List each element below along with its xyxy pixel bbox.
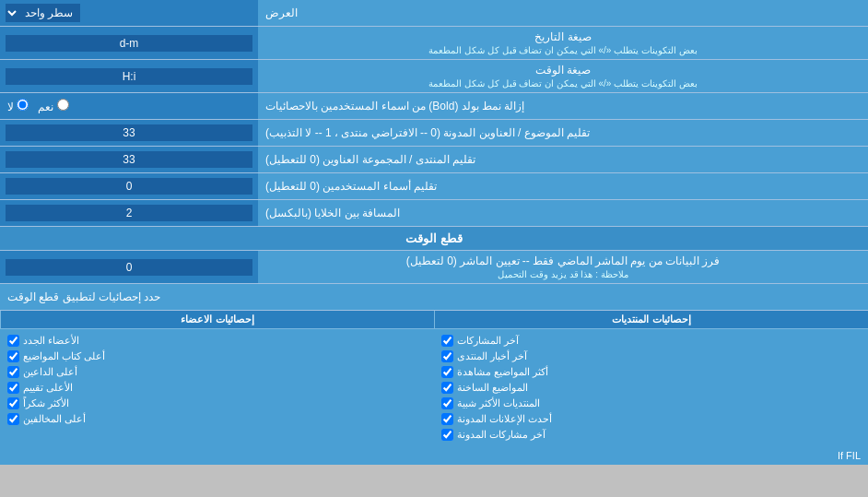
list-item: آخر المشاركات <box>441 333 861 349</box>
stats-col2-header: إحصائيات الاعضاء <box>0 311 434 328</box>
time-format-input[interactable] <box>6 68 252 85</box>
list-item: المواضيع الساخنة <box>441 380 861 396</box>
list-item: الأكثر شكراً <box>7 396 427 411</box>
entry-distance-label: المسافة بين الخلايا (بالبكسل) <box>258 200 868 226</box>
entry-distance-input-container <box>0 200 258 226</box>
list-item: الأعلى تقييم <box>7 380 427 396</box>
date-format-label: صيغة التاريخ بعض التكوينات يتطلب «/» الت… <box>258 27 868 59</box>
checkbox-top-inviters[interactable] <box>7 366 19 378</box>
list-item: أحدث الإعلانات المدونة <box>441 411 861 427</box>
checkbox-popular-forums[interactable] <box>441 397 453 409</box>
time-cutoff-input[interactable] <box>6 259 252 276</box>
stats-apply-row: حدد إحصائيات لتطبيق قطع الوقت <box>0 284 868 311</box>
header-right-label: العرض <box>258 0 868 26</box>
checkbox-most-thanked[interactable] <box>7 397 19 409</box>
entry-distance-input[interactable] <box>6 205 252 221</box>
list-item: المنتديات الأكثر شبية <box>441 396 861 411</box>
list-item: أعلى المخالفين <box>7 411 427 427</box>
radio-no-label: لا <box>7 99 29 113</box>
forum-topic-input-container <box>0 120 258 146</box>
header-row: العرض سطر واحد <box>0 0 868 27</box>
list-item: آخر مشاركات المدونة <box>441 427 861 443</box>
time-format-input-container <box>0 60 258 92</box>
main-container: العرض سطر واحد صيغة التاريخ بعض التكوينا… <box>0 0 868 465</box>
bold-remove-row: إزالة نمط بولد (Bold) من اسماء المستخدمي… <box>0 93 868 120</box>
checkbox-forum-news[interactable] <box>441 350 453 362</box>
stats-col2: الأعضاء الجدد أعلى كتاب المواضيع أعلى ال… <box>0 329 434 446</box>
time-format-label: صيغة الوقت بعض التكوينات يتطلب «/» التي … <box>258 60 868 92</box>
checkbox-last-posts[interactable] <box>441 335 453 347</box>
time-cutoff-input-container <box>0 251 258 283</box>
header-select-container: سطر واحد <box>0 0 258 26</box>
time-cutoff-row: فرز البيانات من يوم الماشر الماضي فقط --… <box>0 251 868 284</box>
forum-group-label: تقليم المنتدى / المجموعة العناوين (0 للت… <box>258 147 868 172</box>
list-item: آخر أخبار المنتدى <box>441 349 861 364</box>
date-format-input[interactable] <box>6 35 252 52</box>
stats-checkboxes: آخر المشاركات آخر أخبار المنتدى أكثر الم… <box>0 329 868 446</box>
forum-topic-row: تقليم الموضوع / العناوين المدونة (0 -- ا… <box>0 120 868 147</box>
stats-apply-label: حدد إحصائيات لتطبيق قطع الوقت <box>0 284 868 310</box>
time-cutoff-label: فرز البيانات من يوم الماشر الماضي فقط --… <box>258 251 868 283</box>
checkbox-blog-posts[interactable] <box>441 429 453 441</box>
checkbox-latest-announcements[interactable] <box>441 413 453 425</box>
list-item: أعلى كتاب المواضيع <box>7 349 427 364</box>
footer-text: If FIL <box>0 446 868 465</box>
time-cutoff-header: قطع الوقت <box>0 227 868 251</box>
date-format-input-container <box>0 27 258 59</box>
bold-no-radio[interactable] <box>17 99 29 111</box>
checkbox-most-viewed[interactable] <box>441 366 453 378</box>
stats-col-headers: إحصائيات المنتديات إحصائيات الاعضاء <box>0 311 868 329</box>
forum-group-input-container <box>0 147 258 172</box>
time-format-row: صيغة الوقت بعض التكوينات يتطلب «/» التي … <box>0 60 868 93</box>
date-format-row: صيغة التاريخ بعض التكوينات يتطلب «/» الت… <box>0 27 868 60</box>
user-names-row: تقليم أسماء المستخدمين (0 للتعطيل) <box>0 173 868 200</box>
list-item: أكثر المواضيع مشاهدة <box>441 364 861 380</box>
bold-remove-radio-container: نعم لا <box>0 93 258 119</box>
checkbox-top-violators[interactable] <box>7 413 19 425</box>
bold-remove-label: إزالة نمط بولد (Bold) من اسماء المستخدمي… <box>258 93 868 119</box>
checkbox-hot-topics[interactable] <box>441 382 453 394</box>
list-item: أعلى الداعين <box>7 364 427 380</box>
stats-col1: آخر المشاركات آخر أخبار المنتدى أكثر الم… <box>434 329 868 446</box>
stats-col1-header: إحصائيات المنتديات <box>434 311 868 328</box>
entry-distance-row: المسافة بين الخلايا (بالبكسل) <box>0 200 868 227</box>
bold-yes-radio[interactable] <box>57 99 69 111</box>
user-names-input[interactable] <box>6 178 252 195</box>
forum-group-row: تقليم المنتدى / المجموعة العناوين (0 للت… <box>0 147 868 173</box>
checkbox-top-rated[interactable] <box>7 382 19 394</box>
forum-topic-input[interactable] <box>6 124 252 141</box>
list-item: الأعضاء الجدد <box>7 333 427 349</box>
forum-group-input[interactable] <box>6 151 252 168</box>
radio-yes-label: نعم <box>38 99 68 113</box>
user-names-label: تقليم أسماء المستخدمين (0 للتعطيل) <box>258 173 868 199</box>
checkbox-new-members[interactable] <box>7 335 19 347</box>
forum-topic-label: تقليم الموضوع / العناوين المدونة (0 -- ا… <box>258 120 868 146</box>
checkbox-top-topic-writers[interactable] <box>7 350 19 362</box>
user-names-input-container <box>0 173 258 199</box>
view-mode-select[interactable]: سطر واحد <box>6 4 80 22</box>
